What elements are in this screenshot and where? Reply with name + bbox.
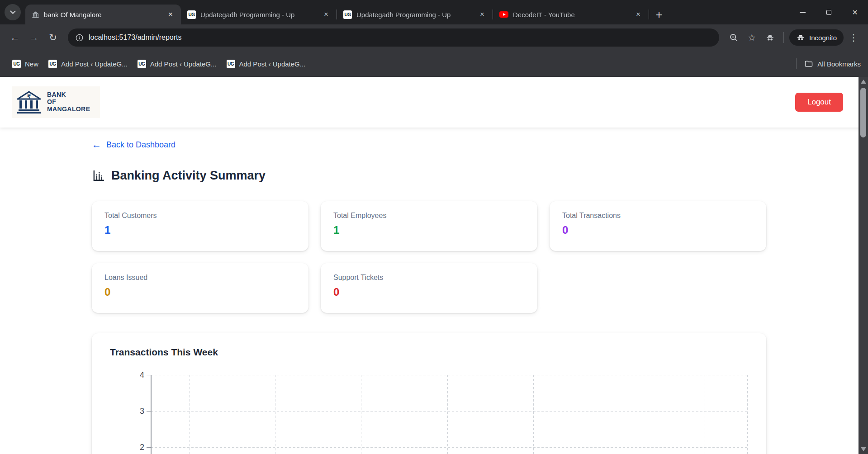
window-controls: × <box>789 0 868 24</box>
close-tab-icon[interactable]: × <box>476 9 488 20</box>
bookmark-add-post-1[interactable]: UG Add Post ‹ UpdateG... <box>43 56 133 71</box>
tab-title: Updategadh Programming - Up <box>356 11 476 19</box>
ug-favicon-icon: UG <box>227 60 235 68</box>
page-title: Banking Activity Summary <box>92 169 766 183</box>
chevron-down-icon <box>10 8 16 14</box>
bookmark-add-post-2[interactable]: UG Add Post ‹ UpdateG... <box>133 56 222 71</box>
tab-separator <box>649 9 649 19</box>
ug-favicon-icon: UG <box>187 10 196 19</box>
scroll-up-arrow-icon[interactable] <box>861 80 866 84</box>
close-window-button[interactable]: × <box>842 0 868 24</box>
address-bar[interactable]: localhost:5173/admin/reports <box>68 28 719 47</box>
incognito-icon <box>796 33 805 42</box>
bookmark-star-icon[interactable]: ☆ <box>744 29 760 46</box>
v-gridline <box>275 375 275 454</box>
bookmark-label: Add Post ‹ UpdateG... <box>239 60 306 68</box>
new-tab-button[interactable]: + <box>651 6 667 23</box>
tab-decodeit-youtube[interactable]: DecodeIT - YouTube × <box>493 5 649 24</box>
forward-button[interactable]: → <box>25 29 43 46</box>
v-gridline <box>533 375 534 454</box>
chart-plot-area: 4 3 2 <box>151 375 748 454</box>
h-gridline <box>151 447 747 448</box>
h-gridline <box>151 375 747 375</box>
back-arrow-icon: ← <box>92 139 101 150</box>
site-info-icon[interactable] <box>75 33 84 42</box>
tab-updategadh-1[interactable]: UG Updategadh Programming - Up × <box>181 5 337 24</box>
y-axis-tick-label: 3 <box>129 407 144 416</box>
ug-favicon-icon: UG <box>12 60 21 68</box>
stat-label: Support Tickets <box>333 274 525 282</box>
incognito-label: Incognito <box>809 34 837 42</box>
incognito-badge: Incognito <box>789 29 844 46</box>
y-axis-tick <box>147 411 151 411</box>
all-bookmarks-button[interactable]: All Bookmarks <box>792 58 861 69</box>
stat-label: Total Transactions <box>562 212 754 220</box>
tab-strip: bank Of Mangalore × UG Updategadh Progra… <box>0 0 868 24</box>
v-gridline <box>361 375 361 454</box>
y-axis-line <box>151 375 152 454</box>
bookmark-label: Add Post ‹ UpdateG... <box>150 60 217 68</box>
stat-label: Total Employees <box>333 212 525 220</box>
v-gridline <box>447 375 448 454</box>
close-tab-icon[interactable]: × <box>632 9 644 20</box>
scrollbar-thumb[interactable] <box>860 88 866 137</box>
all-bookmarks-label: All Bookmarks <box>817 60 861 68</box>
restore-button[interactable] <box>816 0 842 24</box>
bank-logo: ₹ BANK OF MANGALORE <box>12 86 100 118</box>
y-axis-tick <box>147 447 151 448</box>
tabs: bank Of Mangalore × UG Updategadh Progra… <box>25 5 667 24</box>
bookmark-add-post-3[interactable]: UG Add Post ‹ UpdateG... <box>222 56 311 71</box>
y-axis-tick <box>147 375 151 375</box>
logout-button[interactable]: Logout <box>795 93 843 112</box>
stat-value: 1 <box>104 224 296 236</box>
close-tab-icon[interactable]: × <box>165 9 176 20</box>
page-title-text: Banking Activity Summary <box>111 169 266 183</box>
incognito-extension-icon[interactable] <box>762 29 778 46</box>
site-header: ₹ BANK OF MANGALORE Logout <box>0 77 868 128</box>
back-to-dashboard-link[interactable]: ← Back to Dashboard <box>92 139 175 150</box>
v-gridline <box>705 375 705 454</box>
folder-icon <box>804 59 813 68</box>
stats-grid: Total Customers 1 Total Employees 1 Tota… <box>92 201 766 313</box>
bookmark-new[interactable]: UG New <box>7 56 43 71</box>
tab-title: bank Of Mangalore <box>44 11 165 19</box>
browser-window: bank Of Mangalore × UG Updategadh Progra… <box>0 0 868 454</box>
url-text: localhost:5173/admin/reports <box>89 33 181 42</box>
bank-favicon-icon <box>32 11 39 19</box>
bookmark-label: Add Post ‹ UpdateG... <box>61 60 128 68</box>
stat-card-support-tickets: Support Tickets 0 <box>321 263 537 313</box>
back-button[interactable]: ← <box>6 29 24 46</box>
bar-chart-icon <box>92 169 105 182</box>
back-link-label: Back to Dashboard <box>106 140 175 150</box>
zoom-indicator-icon[interactable] <box>726 29 742 46</box>
stat-card-total-customers: Total Customers 1 <box>92 201 308 251</box>
stat-value: 0 <box>104 286 296 298</box>
stat-label: Total Customers <box>104 212 296 220</box>
stat-card-total-employees: Total Employees 1 <box>321 201 537 251</box>
page-scrollbar[interactable] <box>859 77 868 454</box>
tab-bank-of-mangalore[interactable]: bank Of Mangalore × <box>25 5 181 24</box>
h-gridline <box>151 411 747 411</box>
bookmarks-separator <box>796 58 797 69</box>
scroll-down-arrow-icon[interactable] <box>861 447 866 451</box>
stat-value: 0 <box>333 286 525 298</box>
menu-icon[interactable]: ⋮ <box>845 29 862 46</box>
reload-button[interactable]: ↻ <box>44 29 62 46</box>
ug-favicon-icon: UG <box>343 10 352 19</box>
browser-toolbar: ← → ↻ localhost:5173/admin/reports ☆ Inc… <box>0 24 868 51</box>
ug-favicon-icon: UG <box>138 60 146 68</box>
minimize-button[interactable] <box>789 0 816 24</box>
close-tab-icon[interactable]: × <box>320 9 332 20</box>
tab-title: Updategadh Programming - Up <box>200 11 320 19</box>
chart-card: Transactions This Week 4 3 2 <box>92 333 766 454</box>
y-axis-tick-label: 4 <box>129 370 144 380</box>
page-content: ₹ BANK OF MANGALORE Logout ← B <box>0 77 868 454</box>
tab-updategadh-2[interactable]: UG Updategadh Programming - Up × <box>337 5 493 24</box>
bookmark-label: New <box>25 60 38 68</box>
v-gridline <box>619 375 619 454</box>
tab-search-button[interactable] <box>5 4 21 20</box>
stat-card-total-transactions: Total Transactions 0 <box>550 201 766 251</box>
stat-label: Loans Issued <box>104 274 296 282</box>
chart-title: Transactions This Week <box>110 347 748 358</box>
bank-building-icon: ₹ <box>16 90 42 114</box>
